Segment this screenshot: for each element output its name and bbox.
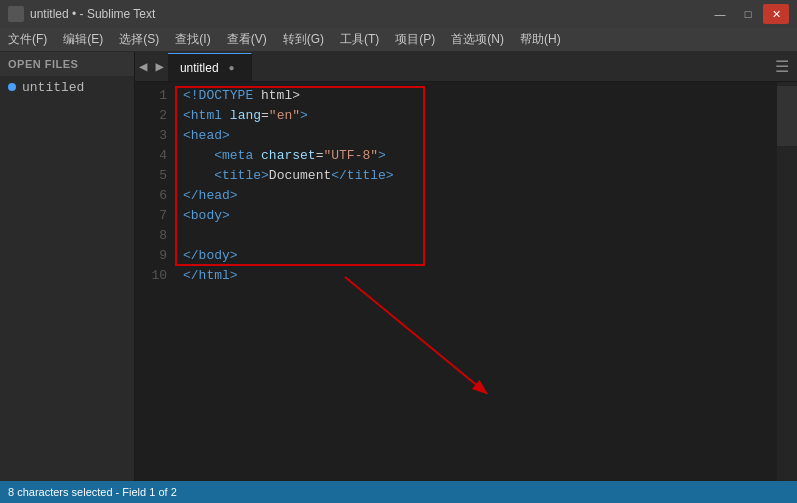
code-line-2: <html lang = "en" > xyxy=(183,106,769,126)
code-line-4: <meta charset = "UTF-8" > xyxy=(183,146,769,166)
body-close: </body> xyxy=(183,246,238,266)
status-bar: 8 characters selected - Field 1 of 2 xyxy=(0,481,797,503)
line-num-7: 7 xyxy=(135,206,167,226)
head-close: </head> xyxy=(183,186,238,206)
line-num-6: 6 xyxy=(135,186,167,206)
menu-preferences[interactable]: 首选项(N) xyxy=(443,28,512,51)
status-text: 8 characters selected - Field 1 of 2 xyxy=(8,486,177,498)
title-text-content: Document xyxy=(269,166,331,186)
indent-4 xyxy=(183,146,214,166)
code-line-9: </body> xyxy=(183,246,769,266)
line-num-8: 8 xyxy=(135,226,167,246)
tab-nav-right[interactable]: ▶ xyxy=(151,52,167,81)
code-line-3: <head> xyxy=(183,126,769,146)
menu-project[interactable]: 项目(P) xyxy=(387,28,443,51)
code-line-7: <body> xyxy=(183,206,769,226)
line-numbers: 1 2 3 4 5 6 7 8 9 10 xyxy=(135,82,175,481)
menu-goto[interactable]: 转到(G) xyxy=(275,28,332,51)
title-open: <title> xyxy=(214,166,269,186)
charset-value: "UTF-8" xyxy=(323,146,378,166)
line-num-1: 1 xyxy=(135,86,167,106)
code-editor[interactable]: <!DOCTYPE html> <html lang = "en" > <hea… xyxy=(175,82,777,481)
editor-area: ◀ ▶ untitled ● ☰ 1 2 3 4 5 6 7 8 9 10 xyxy=(135,52,797,481)
menu-select[interactable]: 选择(S) xyxy=(111,28,167,51)
space xyxy=(253,146,261,166)
menu-tools[interactable]: 工具(T) xyxy=(332,28,387,51)
code-container: 1 2 3 4 5 6 7 8 9 10 <!DOCTYPE html> xyxy=(135,82,797,481)
title-close: </title> xyxy=(331,166,393,186)
window-title: untitled • - Sublime Text xyxy=(30,7,707,21)
menu-edit[interactable]: 编辑(E) xyxy=(55,28,111,51)
doctype-value: html> xyxy=(253,86,300,106)
tab-close-button[interactable]: ● xyxy=(225,61,239,75)
sidebar: OPEN FILES untitled xyxy=(0,52,135,481)
equals: = xyxy=(261,106,269,126)
app-icon xyxy=(8,6,24,22)
main-layout: OPEN FILES untitled ◀ ▶ untitled ● ☰ 1 2… xyxy=(0,52,797,481)
sidebar-file-untitled[interactable]: untitled xyxy=(0,76,134,98)
line-num-9: 9 xyxy=(135,246,167,266)
html-close-bracket: > xyxy=(300,106,308,126)
menu-view[interactable]: 查看(V) xyxy=(219,28,275,51)
code-line-5: <title> Document </title> xyxy=(183,166,769,186)
doctype-tag: <!DOCTYPE xyxy=(183,86,253,106)
tab-label: untitled xyxy=(180,61,219,75)
charset-attr: charset xyxy=(261,146,316,166)
head-open: <head> xyxy=(183,126,230,146)
code-line-8 xyxy=(183,226,769,246)
eq2: = xyxy=(316,146,324,166)
code-line-1: <!DOCTYPE html> xyxy=(183,86,769,106)
svg-line-1 xyxy=(345,277,485,392)
title-bar: untitled • - Sublime Text — □ ✕ xyxy=(0,0,797,28)
code-line-10: </html> xyxy=(183,266,769,286)
window-controls: — □ ✕ xyxy=(707,4,789,24)
menu-file[interactable]: 文件(F) xyxy=(0,28,55,51)
line-num-10: 10 xyxy=(135,266,167,286)
line-num-3: 3 xyxy=(135,126,167,146)
tab-nav-left[interactable]: ◀ xyxy=(135,52,151,81)
minimize-button[interactable]: — xyxy=(707,4,733,24)
body-open: <body> xyxy=(183,206,230,226)
line-num-5: 5 xyxy=(135,166,167,186)
html-open-tag: <html xyxy=(183,106,222,126)
line-num-2: 2 xyxy=(135,106,167,126)
lang-value: "en" xyxy=(269,106,300,126)
html-close: </html> xyxy=(183,266,238,286)
minimap xyxy=(777,82,797,481)
line-num-4: 4 xyxy=(135,146,167,166)
close-button[interactable]: ✕ xyxy=(763,4,789,24)
sidebar-header: OPEN FILES xyxy=(0,52,134,76)
menu-find[interactable]: 查找(I) xyxy=(167,28,218,51)
menu-bar: 文件(F) 编辑(E) 选择(S) 查找(I) 查看(V) 转到(G) 工具(T… xyxy=(0,28,797,52)
code-line-6: </head> xyxy=(183,186,769,206)
html-space xyxy=(222,106,230,126)
tab-untitled[interactable]: untitled ● xyxy=(168,53,252,81)
tab-bar: ◀ ▶ untitled ● ☰ xyxy=(135,52,797,82)
menu-help[interactable]: 帮助(H) xyxy=(512,28,569,51)
tab-settings-button[interactable]: ☰ xyxy=(767,52,797,81)
lang-attr: lang xyxy=(230,106,261,126)
meta-tag: <meta xyxy=(214,146,253,166)
minimap-content xyxy=(777,86,797,146)
indent-5 xyxy=(183,166,214,186)
sidebar-file-name: untitled xyxy=(22,80,84,95)
meta-close: > xyxy=(378,146,386,166)
file-modified-dot xyxy=(8,83,16,91)
maximize-button[interactable]: □ xyxy=(735,4,761,24)
